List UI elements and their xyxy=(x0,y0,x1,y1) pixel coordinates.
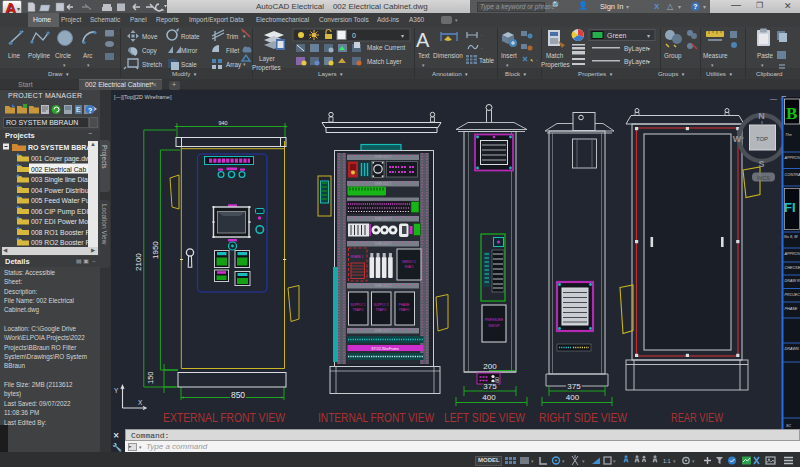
svg-text:▾: ▾ xyxy=(673,458,676,464)
svg-text:WIRE DUCT: WIRE DUCT xyxy=(375,217,392,221)
svg-text:REAR VIEW: REAR VIEW xyxy=(671,410,723,425)
svg-text:003 Single line Dia: 003 Single line Dia xyxy=(31,176,88,184)
svg-text:400: 400 xyxy=(566,393,580,402)
svg-text:TOP: TOP xyxy=(756,136,768,142)
svg-text:005 Feed Water Pu: 005 Feed Water Pu xyxy=(31,197,90,204)
svg-text:SW/GP: SW/GP xyxy=(488,324,500,328)
svg-text:DRAW RE: DRAW RE xyxy=(785,279,800,283)
svg-text:[—][Top][2D Wireframe]: [—][Top][2D Wireframe] xyxy=(114,94,172,100)
svg-text:RO SYSTEM BBRAU: RO SYSTEM BBRAU xyxy=(28,144,96,151)
svg-text:▾: ▾ xyxy=(531,458,534,464)
svg-text:002 Electrical Cab: 002 Electrical Cab xyxy=(31,166,86,173)
svg-text:375: 375 xyxy=(483,382,497,391)
svg-text:S: S xyxy=(758,159,764,169)
svg-text:940: 940 xyxy=(218,120,227,126)
svg-text:PHASE: PHASE xyxy=(399,303,410,307)
svg-text:FI: FI xyxy=(784,200,796,215)
svg-text:LEFT SIDE VIEW: LEFT SIDE VIEW xyxy=(444,410,525,425)
svg-text:APPROVE: APPROVE xyxy=(784,252,800,256)
svg-text:CONTRAC: CONTRAC xyxy=(785,173,800,177)
svg-text:TRAFO: TRAFO xyxy=(353,308,364,312)
svg-text:1:1: 1:1 xyxy=(663,458,671,464)
svg-text:400: 400 xyxy=(482,393,496,402)
svg-text:TRAFO: TRAFO xyxy=(399,308,410,312)
svg-text:2100: 2100 xyxy=(134,253,143,271)
svg-text:APPROVE: APPROVE xyxy=(784,156,800,160)
svg-text:008 RO1 Booster P: 008 RO1 Booster P xyxy=(31,229,90,236)
svg-text:INTERNAL FRONT VIEW: INTERNAL FRONT VIEW xyxy=(318,410,434,425)
svg-text:004 Power Distribu: 004 Power Distribu xyxy=(31,187,89,194)
svg-text:B: B xyxy=(786,104,797,123)
svg-text:200: 200 xyxy=(483,362,497,371)
svg-text:DRAWN: DRAWN xyxy=(785,347,800,351)
svg-text:150: 150 xyxy=(146,371,155,384)
svg-text:▾: ▾ xyxy=(613,458,616,464)
svg-text:1950: 1950 xyxy=(151,241,160,259)
svg-text:PROJECT: PROJECT xyxy=(785,293,800,297)
svg-text:N: N xyxy=(758,111,765,121)
svg-text:CHECKED: CHECKED xyxy=(785,266,800,270)
svg-text:—: — xyxy=(770,95,777,102)
svg-text:007 EDI Power Mo: 007 EDI Power Mo xyxy=(31,218,88,225)
svg-text:The: The xyxy=(785,132,793,137)
svg-text:850: 850 xyxy=(231,390,245,400)
svg-text:▾: ▾ xyxy=(582,458,585,464)
svg-text:?: ? xyxy=(88,107,92,114)
svg-text:EXTERNAL FRONT VIEW: EXTERNAL FRONT VIEW xyxy=(163,410,285,425)
svg-text:WIRE DUCT: WIRE DUCT xyxy=(375,242,392,246)
svg-text:WCS: WCS xyxy=(757,175,770,181)
svg-text:▾: ▾ xyxy=(692,458,695,464)
svg-text:SPARE 1: SPARE 1 xyxy=(350,255,363,259)
svg-text:WIRE DUCT: WIRE DUCT xyxy=(375,155,392,159)
svg-text:SERVO 1: SERVO 1 xyxy=(402,260,416,264)
svg-text:SC: SC xyxy=(786,424,792,428)
svg-text:STO/2-WireFrame: STO/2-WireFrame xyxy=(371,347,399,351)
svg-text:RIGHT SIDE VIEW: RIGHT SIDE VIEW xyxy=(539,410,627,425)
svg-text:WIRE DUCT: WIRE DUCT xyxy=(375,329,392,333)
svg-text:·: · xyxy=(78,106,80,113)
svg-text:375: 375 xyxy=(567,382,581,391)
svg-text:WIRE DUCT: WIRE DUCT xyxy=(375,284,392,288)
svg-text:SUPPLY 1: SUPPLY 1 xyxy=(351,303,366,307)
svg-text:TRAFO: TRAFO xyxy=(376,308,387,312)
svg-text:009 RO2 Booster P: 009 RO2 Booster P xyxy=(31,239,90,246)
svg-text:KVA 5: KVA 5 xyxy=(405,265,414,269)
svg-text:W: W xyxy=(733,134,742,144)
svg-text:006 CIP Pump EDI: 006 CIP Pump EDI xyxy=(31,208,88,216)
svg-text:▾: ▾ xyxy=(562,458,565,464)
svg-text:PHASE: PHASE xyxy=(785,307,798,311)
svg-text:X: X xyxy=(138,399,143,406)
svg-text:001 Cover page.dw: 001 Cover page.dw xyxy=(31,155,90,163)
svg-text:Y: Y xyxy=(114,387,119,394)
svg-text:WIRE DUCT: WIRE DUCT xyxy=(375,182,392,186)
svg-text:SUPPLY 2: SUPPLY 2 xyxy=(374,303,389,307)
svg-text:PRESSURE: PRESSURE xyxy=(485,318,504,322)
svg-text:No 8, M: No 8, M xyxy=(784,235,798,239)
